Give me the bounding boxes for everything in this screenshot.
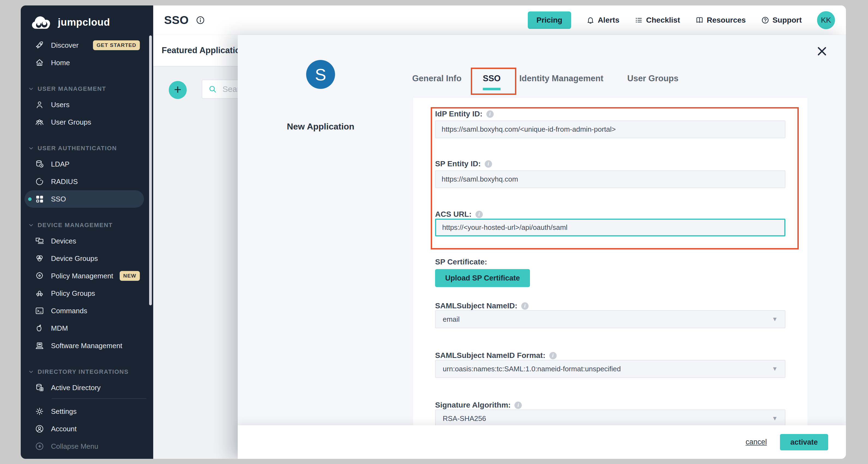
bell-icon: [586, 16, 595, 24]
sidebar-item-device-groups[interactable]: Device Groups: [21, 250, 153, 267]
plus-icon: +: [174, 83, 182, 96]
sidebar-item-devices[interactable]: Devices: [21, 232, 153, 250]
sidebar-footer: Settings Account Collapse Menu: [21, 392, 153, 455]
resources-label: Resources: [707, 16, 746, 25]
support-label: Support: [773, 16, 802, 25]
sidebar-item-sso[interactable]: SSO: [25, 190, 144, 208]
rocket-icon: [35, 41, 44, 50]
sidebar-item-policy-management[interactable]: Policy Management NEW: [21, 267, 153, 285]
active-directory-icon: [35, 383, 44, 392]
new-badge: NEW: [120, 271, 140, 281]
add-application-button[interactable]: +: [169, 81, 187, 99]
sidebar-item-label: Commands: [51, 307, 87, 315]
application-name: New Application: [266, 122, 375, 132]
info-icon[interactable]: i: [485, 160, 492, 168]
acs-url-input[interactable]: [435, 219, 785, 236]
info-icon[interactable]: i: [521, 302, 529, 310]
upload-sp-certificate-button[interactable]: Upload SP Certificate: [435, 269, 530, 287]
resources-button[interactable]: Resources: [695, 16, 746, 25]
sidebar-item-home[interactable]: Home: [21, 54, 153, 71]
tab-user-groups[interactable]: User Groups: [627, 73, 679, 84]
devices-icon: [35, 236, 44, 246]
sidebar-item-commands[interactable]: Commands: [21, 302, 153, 319]
section-title: USER MANAGEMENT: [38, 85, 106, 92]
sidebar-item-mdm[interactable]: MDM: [21, 319, 153, 337]
users-group-icon: [35, 118, 44, 127]
jumpcloud-logo[interactable]: jumpcloud: [21, 5, 153, 36]
radius-icon: [35, 177, 44, 186]
info-icon[interactable]: [196, 16, 205, 25]
support-button[interactable]: Support: [761, 16, 802, 25]
screen: jumpcloud Discover GET STARTED Home USER…: [0, 0, 868, 464]
sidebar-item-label: Settings: [51, 407, 76, 416]
sidebar-item-collapse-menu[interactable]: Collapse Menu: [21, 438, 153, 455]
sidebar-section-user-authentication[interactable]: USER AUTHENTICATION: [21, 141, 153, 155]
info-icon[interactable]: i: [515, 402, 522, 409]
signature-algorithm-select[interactable]: RSA-SHA256 ▼: [435, 409, 785, 425]
saml-subject-nameid-select[interactable]: email ▼: [435, 310, 785, 328]
sidebar-section-directory-integrations[interactable]: DIRECTORY INTEGRATIONS: [21, 365, 153, 379]
checklist-icon: [634, 16, 643, 24]
activate-button[interactable]: activate: [780, 434, 828, 451]
alerts-button[interactable]: Alerts: [586, 16, 619, 25]
sidebar-item-policy-groups[interactable]: Policy Groups: [21, 285, 153, 302]
sidebar-item-discover[interactable]: Discover GET STARTED: [21, 36, 153, 54]
sp-entity-id-input[interactable]: [435, 171, 785, 188]
sidebar-item-label: SSO: [51, 195, 66, 204]
signature-algorithm-label: Signature Algorithm: i: [435, 401, 522, 409]
info-icon[interactable]: i: [549, 352, 557, 359]
user-icon: [35, 100, 44, 109]
sp-entity-id-label: SP Entity ID: i: [435, 159, 492, 168]
sidebar-item-users[interactable]: Users: [21, 96, 153, 114]
sidebar-item-ldap[interactable]: LDAP: [21, 155, 153, 173]
chevron-down-icon: [28, 222, 34, 228]
sidebar-section-device-management[interactable]: DEVICE MANAGEMENT: [21, 218, 153, 232]
commands-terminal-icon: [35, 306, 44, 315]
top-header: SSO Pricing Alerts Checklist Resources S…: [153, 5, 846, 35]
sidebar-item-label: Collapse Menu: [51, 442, 98, 451]
account-icon: [35, 424, 44, 433]
sidebar-item-account[interactable]: Account: [21, 420, 153, 438]
tab-identity-management[interactable]: Identity Management: [519, 73, 603, 84]
sidebar-item-label: Software Management: [51, 342, 122, 350]
info-icon[interactable]: i: [486, 111, 494, 118]
sidebar-item-label: User Groups: [51, 118, 91, 126]
page-title: SSO: [164, 13, 189, 27]
label-text: SAMLSubject NameID:: [435, 302, 518, 310]
sidebar-section-user-management[interactable]: USER MANAGEMENT: [21, 82, 153, 96]
section-title: USER AUTHENTICATION: [38, 145, 117, 152]
pricing-button[interactable]: Pricing: [528, 11, 571, 29]
alerts-label: Alerts: [598, 16, 619, 25]
cancel-button[interactable]: cancel: [746, 438, 767, 446]
label-text: IdP Entity ID:: [435, 110, 483, 118]
sidebar-item-label: Device Groups: [51, 254, 98, 263]
sidebar-item-radius[interactable]: RADIUS: [21, 173, 153, 190]
sidebar-item-label: Active Directory: [51, 383, 101, 392]
sso-grid-icon: [35, 194, 44, 204]
caret-down-icon: ▼: [772, 415, 778, 422]
sidebar-item-software-management[interactable]: Software Management: [21, 337, 153, 354]
user-avatar[interactable]: KK: [817, 11, 835, 29]
sidebar-item-label: Policy Management: [51, 272, 113, 280]
application-initial-avatar: S: [306, 60, 335, 89]
sidebar-item-label: Account: [51, 425, 76, 433]
home-icon: [35, 58, 44, 67]
policy-groups-icon: [35, 289, 44, 298]
sidebar-scrollbar[interactable]: [149, 35, 152, 305]
policy-management-icon: [35, 271, 44, 281]
label-text: SP Entity ID:: [435, 159, 481, 168]
idp-entity-id-input[interactable]: [435, 121, 785, 138]
chevron-down-icon: [28, 369, 34, 375]
sidebar-item-settings[interactable]: Settings: [21, 403, 153, 420]
info-icon[interactable]: i: [475, 211, 483, 218]
checklist-button[interactable]: Checklist: [634, 16, 680, 25]
sidebar-item-user-groups[interactable]: User Groups: [21, 114, 153, 131]
tab-sso[interactable]: SSO: [483, 73, 500, 84]
saml-subject-nameid-format-select[interactable]: urn:oasis:names:tc:SAML:1.0:nameid-forma…: [435, 360, 785, 378]
tab-general-info[interactable]: General Info: [412, 73, 462, 84]
selected-value: urn:oasis:names:tc:SAML:1.0:nameid-forma…: [443, 365, 621, 373]
close-button[interactable]: [816, 45, 828, 57]
collapse-arrow-icon: [35, 442, 44, 451]
label-text: SAMLSubject NameID Format:: [435, 351, 546, 360]
saml-subject-nameid-format-label: SAMLSubject NameID Format: i: [435, 351, 557, 360]
